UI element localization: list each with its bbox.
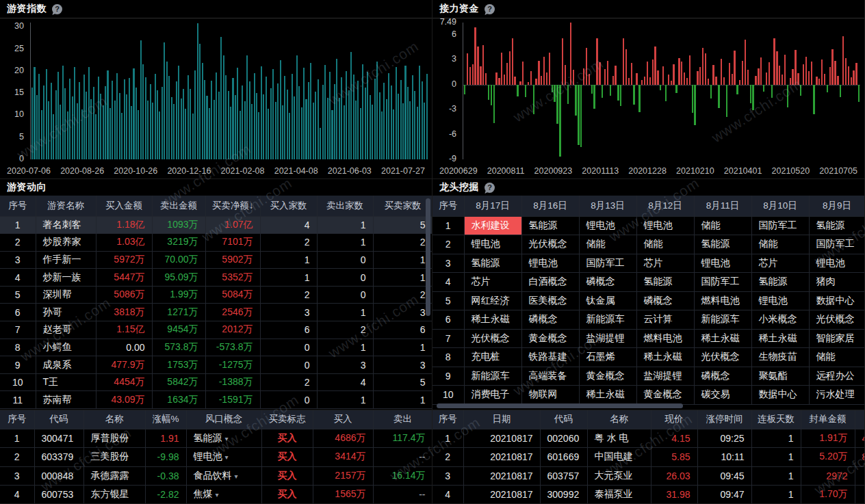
x-tick-label: 20201228 [628,166,667,176]
column-header[interactable]: 名称 [587,410,651,429]
table-cell: 8 [855,448,865,467]
column-header[interactable]: 买入 [313,410,373,429]
column-header[interactable]: 8月11日 [694,196,751,216]
vertical-scrollbar-thumb[interactable] [426,198,430,316]
table-row[interactable]: 9新能源车高端装备黄金概念盐湖提锂磷概念聚氨酯远程办公 [432,367,865,386]
table-row[interactable]: 220210817601669中国电建5.8510:1115.20万8 [432,448,865,467]
table-cell: 1 [373,269,432,287]
table-row[interactable]: 2锂电池光伏概念储能储能氢能源储能国防军工 [432,235,865,254]
table-row[interactable]: 1水利建设氢能源锂电池锂电池储能国防军工氢能源 [432,216,865,235]
dropdown-arrow-icon[interactable]: ▾ [225,435,229,442]
hot-money-index-title-bar: 游资指数 ? [0,0,432,18]
column-header[interactable]: 买卖净额↓ [205,196,260,216]
dropdown-arrow-icon[interactable]: ▾ [216,491,219,499]
table-cell: 炒新一族 [36,269,96,287]
column-header[interactable]: 风口概念 [186,410,261,429]
bar [467,53,468,85]
help-icon[interactable]: ? [52,4,62,14]
table-row[interactable]: 320210817603757大元泵业26.0309:4512972 [432,466,865,486]
column-header[interactable]: 8月10日 [751,196,809,216]
table-cell: 70.00万 [152,251,205,269]
table-row[interactable]: 4600753东方银星-2.82焦煤▾买入1565万-- [0,486,432,504]
column-header[interactable]: 连板天数 [751,410,801,429]
table-row[interactable]: 10消费电子物联网稀土永磁黄金概念碳交易数据中心污水处理 [432,386,865,405]
bar [164,42,165,159]
table-row[interactable]: 10T王4454万5842万-1388万245 [0,373,432,391]
table-row[interactable]: 7光伏概念黄金概念盐湖提锂燃料电池稀土永磁稀土永磁智能家居 [432,329,865,348]
bar [305,99,307,159]
table-row[interactable]: 2603379三美股份-9.98锂电池▾买入3414万-- [0,448,432,467]
column-header[interactable]: 序号 [432,196,464,216]
table-row[interactable]: 120210817002060粤 水 电4.1509:2511.91万4 [432,429,865,448]
table-row[interactable]: 1著名刺客1.18亿1093万1.07亿415 [0,216,432,234]
column-header[interactable]: 代码 [540,410,587,429]
table-cell: -9.98 [145,448,186,467]
column-header[interactable]: 卖出 [373,410,432,429]
table-row[interactable]: 4芯片白酒概念磷概念氢能源国防军工氢能源猪肉 [432,273,865,292]
column-header[interactable]: 卖出金额 [152,196,205,216]
table-row[interactable]: 5深圳帮5086万1.99万5084万202 [0,286,432,304]
column-header[interactable]: 买入家数 [260,196,317,216]
table-row[interactable]: 6稀土永磁磷概念新能源车云计算新能源车小米概念光伏概念 [432,310,865,330]
table-cell: -1388万 [205,373,260,391]
column-header[interactable]: 8月9日 [809,196,865,216]
help-icon[interactable]: ? [485,183,495,193]
column-header[interactable]: 游资名称 [36,196,96,216]
column-header[interactable]: 序号 [0,196,36,216]
table-row[interactable]: 11苏南帮43.09万1634万-1591万011 [0,391,432,409]
hot-money-index-chart[interactable]: 302520151050 2020-07-062020-08-262020-10… [0,18,432,177]
column-header[interactable]: 日期 [463,410,540,429]
chart-plot[interactable] [30,23,428,159]
table-row[interactable]: 3000848承德露露-0.38食品饮料▾买入2157万16.14万 [0,466,432,486]
table-row[interactable]: 4炒新一族5447万95.09万5352万101 [0,269,432,287]
table-cell: -573.8万 [205,339,260,356]
column-header[interactable]: 8月16日 [521,196,579,216]
column-header[interactable]: 封单金额 [801,410,855,429]
column-header[interactable]: 买卖家数 [373,196,432,216]
table-row[interactable]: 3氢能源锂电池国防军工芯片锂电池芯片锂电池 [432,254,865,273]
column-header[interactable]: 序号 [432,410,463,429]
column-header[interactable]: 涨幅% [145,410,186,429]
table-row[interactable]: 5网红经济医美概念钛金属磷概念燃料电池锂电池数据中心 [432,291,865,310]
table-row[interactable]: 420210817300992泰福泵业31.9809:4711.70万 [432,486,865,504]
bar [348,90,350,159]
bar [173,104,175,159]
chart-plot[interactable] [463,23,860,159]
table-cell: 5352万 [205,269,260,287]
column-header[interactable]: 8月17日 [464,196,521,216]
table-row[interactable]: 9成泉系477.9万1753万-1275万033 [0,356,432,374]
table-row[interactable]: 8充电桩铁路基建石墨烯稀土永磁光伏概念生物疫苗储能 [432,348,865,367]
bar [346,71,347,159]
column-header[interactable]: 买卖标志 [261,410,313,429]
column-header[interactable]: 代码 [34,410,83,429]
column-header[interactable]: 卖出家数 [317,196,373,216]
column-header[interactable]: 8月13日 [579,196,636,216]
table-row[interactable]: 6孙哥3818万1271万2546万313 [0,304,432,321]
table-row[interactable]: 2炒股养家1.03亿3219万7101万212 [0,234,432,252]
table-row[interactable]: 1300471厚普股份1.91氢能源▾买入4686万117.4万 [0,429,432,448]
table-row[interactable]: 3作手新一5972万70.00万5902万101 [0,251,432,269]
relay-funds-chart[interactable]: 7.49630-3-6-9 20200629202008112020092320… [432,18,864,177]
horizontal-scrollbar-thumb[interactable] [437,403,683,408]
dropdown-arrow-icon[interactable]: ▾ [235,473,238,480]
column-header[interactable] [855,410,865,429]
bar [776,51,777,85]
help-icon[interactable]: ? [485,4,495,14]
bar [119,93,120,159]
column-header[interactable]: 买入金额 [96,196,152,216]
bar [51,83,52,159]
table-cell: 5084万 [205,286,260,304]
column-header[interactable]: 涨停时间 [697,410,751,429]
table-row[interactable]: 7赵老哥1.15亿9454万2012万626 [0,321,432,339]
column-header[interactable]: 名称 [83,410,145,429]
bar [315,92,316,159]
bar [214,100,215,159]
dropdown-arrow-icon[interactable]: ▾ [225,453,229,461]
bar [357,81,359,159]
table-cell: 黄金概念 [521,329,579,348]
bar [64,88,66,159]
column-header[interactable]: 8月12日 [636,196,694,216]
column-header[interactable]: 现价 [651,410,697,429]
table-row[interactable]: 8小鳄鱼0.00573.8万-573.8万011 [0,339,432,356]
column-header[interactable]: 序号 [0,410,34,429]
